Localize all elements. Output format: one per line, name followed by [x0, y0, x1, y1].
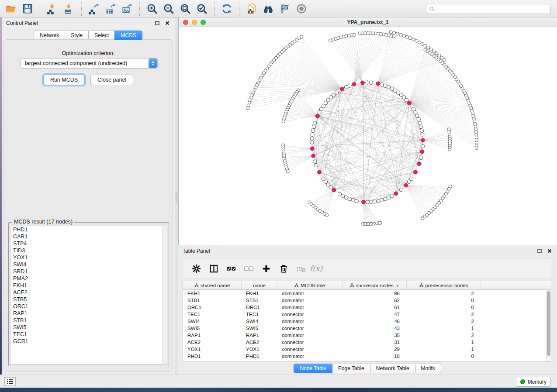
float-table-panel-icon[interactable]	[536, 248, 543, 254]
mcds-result-item[interactable]: TEC1	[10, 331, 167, 338]
tab-style[interactable]: Style	[65, 31, 89, 40]
select-all-button[interactable]	[222, 260, 240, 277]
mcds-hub-node[interactable]	[310, 147, 314, 151]
mcds-panel: Optimization criterion: largest connecte…	[3, 39, 173, 372]
table-cell: RAP1	[183, 333, 242, 338]
column-header-shared-name[interactable]: shared name	[183, 281, 242, 289]
table-row[interactable]: RAP1RAP1dominator352	[183, 332, 551, 339]
table-row[interactable]: SWI5SWI5connector431	[183, 325, 551, 332]
mcds-result-item[interactable]: CAR1	[10, 233, 167, 240]
mcds-hub-node[interactable]	[318, 170, 322, 174]
mcds-hub-node[interactable]	[340, 87, 344, 91]
mcds-result-item[interactable]: STP4	[10, 240, 167, 247]
import-network-button[interactable]	[44, 1, 61, 16]
table-tab-motifs[interactable]: Motifs	[415, 364, 441, 373]
mcds-hub-node[interactable]	[360, 81, 364, 85]
zoom-in-button[interactable]	[144, 1, 160, 16]
mcds-result-item[interactable]: YOX1	[10, 254, 167, 261]
close-panel-button[interactable]: Close panel	[90, 75, 133, 85]
mcds-result-item[interactable]: GCR1	[10, 338, 167, 345]
network-canvas[interactable]	[179, 27, 557, 245]
table-row[interactable]: STB1STB1dominator620	[183, 297, 551, 304]
tab-network[interactable]: Network	[34, 31, 65, 40]
open-file-button[interactable]	[3, 1, 19, 16]
mcds-result-item[interactable]: SWI4	[10, 261, 167, 268]
mcds-hub-node[interactable]	[332, 188, 336, 192]
mcds-result-item[interactable]: STB1	[10, 317, 167, 324]
mcds-result-item[interactable]: ORC1	[10, 303, 167, 310]
float-panel-icon[interactable]	[154, 20, 160, 27]
deselect-all-button[interactable]	[240, 260, 257, 277]
eye-toggle-button[interactable]	[293, 1, 310, 16]
mcds-hub-node[interactable]	[315, 114, 319, 118]
column-header-predecessor-nodes[interactable]: predecessor nodes	[407, 281, 481, 289]
mcds-hub-node[interactable]	[311, 154, 315, 158]
run-mcds-button[interactable]: Run MCDS	[43, 75, 85, 85]
column-header-MCDS-role[interactable]: MCDS role	[277, 281, 343, 289]
mcds-result-item[interactable]: PHD1	[10, 226, 167, 233]
export-image-button[interactable]	[119, 1, 135, 16]
mcds-result-item[interactable]: FKH1	[10, 282, 167, 289]
memory-button[interactable]: Memory	[516, 377, 551, 387]
table-row[interactable]: FKH1FKH1dominator962	[183, 290, 551, 297]
search-input[interactable]	[437, 6, 548, 13]
mcds-result-item[interactable]: SRD1	[10, 268, 167, 275]
zoom-out-button[interactable]	[160, 1, 177, 16]
mcds-hub-node[interactable]	[394, 192, 398, 196]
export-network-button[interactable]	[86, 1, 102, 16]
refresh-layout-button[interactable]	[218, 1, 235, 16]
mcds-hub-node[interactable]	[376, 82, 380, 86]
network-document-button[interactable]	[243, 1, 260, 16]
search-network-button[interactable]	[260, 1, 277, 16]
delete-table-button[interactable]	[292, 260, 310, 277]
table-row[interactable]: YOX1YOX1connector291	[183, 346, 551, 353]
mcds-result-scrollbar[interactable]	[162, 226, 167, 364]
table-tab-node-table[interactable]: Node Table	[294, 364, 332, 373]
mcds-result-item[interactable]: SWI5	[10, 324, 167, 331]
table-row[interactable]: PHD1PHD1dominator180	[183, 353, 551, 360]
table-scrollbar-thumb[interactable]	[547, 291, 550, 356]
mcds-hub-node[interactable]	[420, 150, 424, 154]
export-table-button[interactable]	[102, 1, 119, 16]
vertical-splitter[interactable]	[175, 17, 178, 375]
import-table-button[interactable]	[61, 1, 77, 16]
mcds-result-item[interactable]: PMA2	[10, 275, 167, 282]
mcds-hub-node[interactable]	[407, 101, 411, 105]
table-row[interactable]: ACE2ACE2connector311	[183, 339, 551, 346]
close-table-panel-icon[interactable]	[546, 248, 553, 254]
columns-button[interactable]	[205, 260, 222, 277]
mcds-result-item[interactable]: TID3	[10, 247, 167, 254]
column-header-name[interactable]: name	[242, 281, 277, 289]
optimization-criterion-dropdown[interactable]: largest connected component (undirected)	[21, 58, 158, 69]
mcds-result-item[interactable]: RAP1	[10, 310, 167, 317]
gear-button[interactable]	[187, 260, 205, 277]
table-tab-edge-table[interactable]: Edge Table	[332, 364, 370, 373]
delete-column-button[interactable]	[275, 260, 292, 277]
mcds-result-item[interactable]: ACE2	[10, 289, 167, 296]
mcds-hub-node[interactable]	[417, 162, 421, 166]
zoom-selected-button[interactable]	[194, 1, 210, 16]
search-box[interactable]	[426, 4, 551, 14]
table-row[interactable]: TEC1TEC1connector472	[183, 311, 551, 318]
tab-select[interactable]: Select	[88, 31, 115, 40]
close-panel-icon[interactable]	[164, 20, 170, 27]
mcds-result-item[interactable]: STB5	[10, 296, 167, 303]
table-tab-network-table[interactable]: Network Table	[370, 364, 415, 373]
add-column-button[interactable]	[257, 260, 275, 277]
network-titlebar[interactable]: YPA_prune.txt_1	[179, 17, 557, 27]
tab-mcds[interactable]: MCDS	[114, 31, 142, 40]
save-session-button[interactable]	[19, 1, 36, 16]
zoom-fit-button[interactable]	[177, 1, 194, 16]
column-header-successor-nodes[interactable]: successor nodes∨	[343, 281, 407, 289]
task-history-button[interactable]	[4, 377, 16, 386]
mcds-hub-node[interactable]	[404, 183, 408, 187]
splitter-grip[interactable]	[176, 192, 177, 203]
table-scrollbar[interactable]	[546, 290, 551, 361]
table-row[interactable]: SWI4SWI4dominator462	[183, 318, 551, 325]
mcds-hub-node[interactable]	[352, 83, 356, 86]
table-row[interactable]: ORC1ORC1dominator610	[183, 304, 551, 311]
mcds-hub-node[interactable]	[421, 138, 425, 142]
mcds-hub-node[interactable]	[413, 170, 417, 174]
mcds-hub-node[interactable]	[362, 200, 366, 204]
flag-toggle-button[interactable]	[277, 1, 293, 16]
